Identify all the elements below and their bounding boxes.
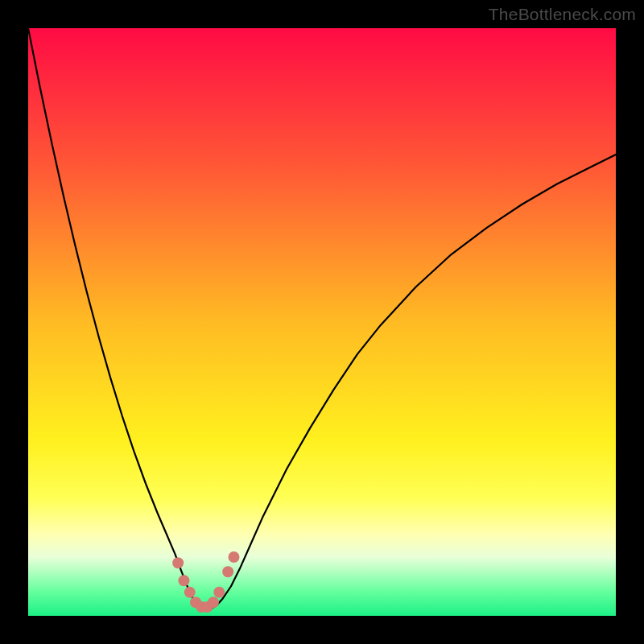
marker-dot bbox=[208, 597, 219, 608]
watermark-text: TheBottleneck.com bbox=[489, 5, 636, 24]
marker-dot bbox=[172, 557, 184, 568]
marker-dot bbox=[229, 551, 240, 563]
gradient-background bbox=[28, 28, 616, 616]
marker-dot bbox=[178, 575, 189, 586]
marker-dot bbox=[222, 566, 233, 577]
marker-dot bbox=[184, 587, 196, 598]
plot-area bbox=[28, 28, 616, 616]
chart-svg bbox=[28, 28, 616, 616]
marker-dot bbox=[213, 587, 225, 598]
chart-frame: TheBottleneck.com bbox=[0, 0, 644, 644]
